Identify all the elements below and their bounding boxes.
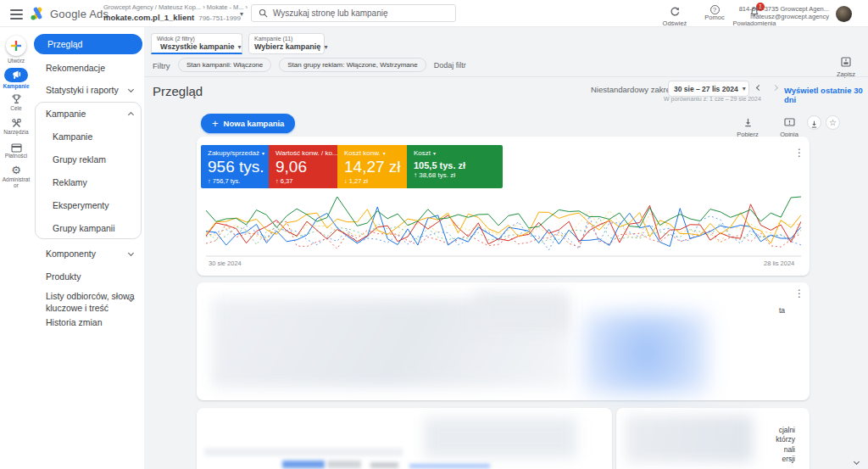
user-phone: 814-847-3735 Growcept Agen...	[739, 5, 829, 13]
account-picker-caret-icon[interactable]: ▾	[240, 10, 243, 18]
feedback-icon	[784, 118, 795, 127]
campaigns-group-box	[35, 102, 142, 239]
navigation-panel: Przegląd Rekomendacje Statystyki i rapor…	[32, 27, 144, 469]
chart-series-koszt-konw-poprzedni-okres	[206, 210, 801, 243]
nav-item-overview[interactable]: Przegląd	[34, 34, 142, 54]
favorite-button[interactable]: ☆	[826, 115, 840, 130]
refresh-icon	[670, 7, 680, 17]
account-name[interactable]: mokate.com.pl_1_klient	[103, 13, 194, 22]
help-button[interactable]: ? Pomoc	[702, 5, 727, 22]
redacted-table-cell	[370, 462, 398, 468]
redacted-table-cell	[282, 461, 325, 468]
redacted-content	[626, 416, 753, 462]
view-dropdown-caret-icon: ▾	[238, 43, 242, 51]
metric-card-conversions[interactable]: Zakupy/sprzedaż▾ 956 tys. ↑ 756,7 tys.	[201, 145, 269, 188]
nav-item-insights[interactable]: Statystyki i raporty	[46, 85, 119, 95]
user-info: 814-847-3735 Growcept Agen... mateusz@gr…	[739, 5, 829, 21]
rail-admin-label: Administrator	[2, 176, 31, 189]
rail-campaigns-label: Kampanie	[0, 83, 32, 89]
redacted-link-text	[409, 464, 490, 468]
breadcrumb-separator: ›	[203, 3, 205, 11]
trophy-icon	[11, 94, 22, 105]
create-button[interactable]	[6, 36, 26, 56]
metric-card-cost[interactable]: Koszt▾ 105,5 tys. zł ↑ 38,68 tys. zł	[407, 145, 503, 188]
feedback-button[interactable]: Opinia	[772, 115, 806, 138]
breadcrumb-separator-2: ›	[246, 3, 248, 11]
assets-chevron-down-icon[interactable]	[128, 250, 134, 256]
nav-item-experiments[interactable]: Eksperymenty	[53, 200, 109, 210]
chart-series-koszt-konw	[206, 209, 801, 243]
search-input[interactable]: Wyszukaj stronę lub kampanię	[251, 4, 456, 22]
campaign-dropdown-caret-icon: ▾	[324, 43, 327, 51]
chart-series-zakupy-sprzedaz	[206, 207, 801, 247]
refresh-button[interactable]: Odśwież	[660, 5, 689, 28]
left-icon-rail: Utwórz Kampanie Cele Narzędzia Płatności…	[0, 27, 32, 469]
add-filter-button[interactable]: Dodaj filtr	[434, 61, 466, 70]
export-chart-button[interactable]	[807, 115, 821, 130]
rail-item-campaigns[interactable]	[4, 68, 28, 82]
rail-tools-label: Narzędzia	[0, 129, 32, 135]
truncated-text-fragment: ta	[779, 306, 785, 315]
redacted-content	[424, 417, 576, 458]
nav-item-audiences[interactable]: Listy odbiorców, słowa kluczowe i treść	[46, 290, 134, 314]
plus-icon: +	[212, 118, 219, 129]
chart-series-koszt	[206, 197, 801, 228]
campaign-dropdown[interactable]: Kampanie (11) Wybierz kampanię ▾	[248, 33, 325, 54]
new-campaign-button[interactable]: + Nowa kampania	[201, 114, 295, 133]
nav-item-ads[interactable]: Reklamy	[53, 177, 87, 187]
save-icon	[841, 57, 851, 67]
top-app-bar: Google Ads Growcept Agency / Mateusz Kop…	[0, 0, 868, 27]
insights-chevron-down-icon[interactable]	[128, 87, 134, 92]
performance-line-chart[interactable]	[206, 193, 801, 257]
star-icon: ☆	[829, 118, 837, 127]
show-last-30-link[interactable]: Wyświetl ostatnie 30 dni	[784, 86, 868, 104]
insights-card-menu-icon[interactable]: ⋮	[794, 288, 804, 299]
product-name: Google Ads	[50, 8, 108, 20]
nav-item-change-history[interactable]: Historia zmian	[46, 317, 103, 327]
gear-icon: ⚙	[11, 164, 21, 176]
nav-item-assets[interactable]: Komponenty	[46, 248, 96, 259]
user-email: mateusz@growcept.agency	[739, 13, 829, 20]
account-id: 796-751-1999	[198, 14, 241, 22]
create-label: Utwórz	[0, 58, 32, 64]
nav-item-ad-groups[interactable]: Grupy reklam	[53, 154, 106, 165]
chart-card-menu-icon[interactable]: ⋮	[794, 148, 804, 158]
google-ads-logo-icon	[30, 6, 46, 21]
truncated-text-lines: cjalni którzy nali ersji	[744, 426, 795, 465]
metric-card-cost-per-conv[interactable]: Koszt konw.▾ 14,27 zł ↓ 1,27 zł	[337, 145, 407, 188]
save-button[interactable]: Zapisz	[832, 55, 860, 78]
filter-chip-adgroup-status[interactable]: Stan grupy reklam: Włączone, Wstrzymane	[279, 58, 426, 72]
rail-item-admin[interactable]: ⚙	[0, 165, 32, 176]
rail-goals-label: Cele	[0, 105, 32, 111]
download-button[interactable]: Pobierz	[731, 115, 765, 138]
megaphone-icon	[11, 70, 22, 80]
filter-chip-campaign-status[interactable]: Stan kampanii: Włączone	[178, 58, 271, 72]
google-ads-app: Google Ads Growcept Agency / Mateusz Kop…	[0, 0, 868, 469]
date-range-dropdown[interactable]: 30 sie – 27 lis 2024 ▾	[668, 81, 749, 97]
nav-group-campaigns[interactable]: Kampanie	[46, 109, 86, 119]
nav-item-recommendations[interactable]: Rekomendacje	[46, 63, 105, 73]
breadcrumb-subaccount[interactable]: Mokate - M...	[207, 3, 244, 11]
nav-item-products[interactable]: Produkty	[46, 271, 81, 282]
breadcrumb-manager[interactable]: Growcept Agency / Mateusz Kop...	[103, 3, 201, 11]
x-axis-start-label: 30 sie 2024	[209, 260, 242, 267]
divider	[144, 76, 868, 77]
redacted-table-header	[204, 448, 403, 456]
account-breadcrumb[interactable]: Growcept Agency / Mateusz Kop... › Mokat…	[103, 3, 248, 22]
search-placeholder: Wyszukaj stronę lub kampanię	[273, 8, 388, 18]
nav-item-campaign-groups[interactable]: Grupy kampanii	[53, 223, 115, 233]
main-menu-icon[interactable]	[10, 9, 23, 20]
x-axis-end-label: 28 lis 2024	[764, 260, 794, 267]
nav-item-campaigns[interactable]: Kampanie	[53, 131, 92, 142]
redacted-content	[475, 293, 568, 331]
search-icon	[259, 8, 268, 18]
metric-caret-icon: ▾	[262, 150, 264, 156]
download-circle-icon	[810, 120, 818, 128]
view-dropdown[interactable]: Widok (2 filtry) Wszystkie kampanie ▾	[151, 33, 242, 54]
date-dropdown-caret-icon: ▾	[743, 85, 746, 92]
filters-label: Filtry	[153, 61, 170, 70]
metric-card-conv-value[interactable]: Wartość konw. / ko...▾ 9,06 ↑ 6,37	[269, 145, 337, 188]
redacted-table-cell	[327, 461, 361, 468]
multicolor-plus-icon	[6, 36, 26, 56]
avatar[interactable]	[836, 6, 852, 22]
